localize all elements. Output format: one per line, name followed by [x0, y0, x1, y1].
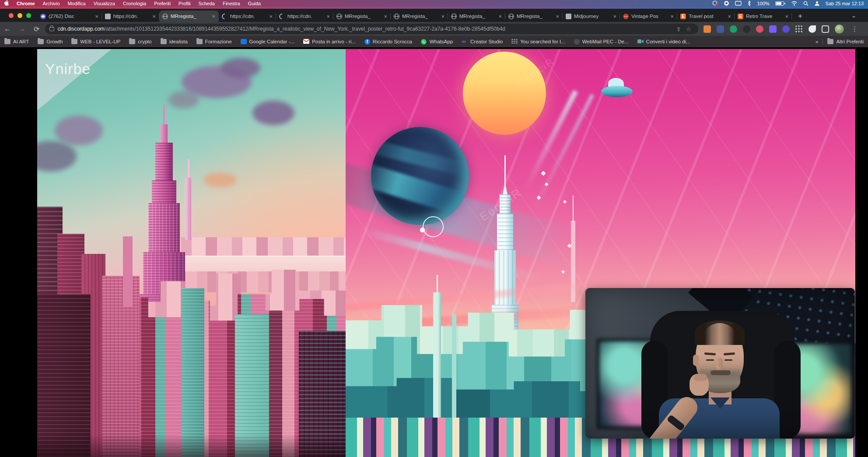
tab-close-icon[interactable]: × — [784, 14, 789, 19]
lock-icon[interactable] — [49, 27, 54, 31]
bookmark-folder-idealista[interactable]: idealista — [156, 39, 192, 44]
battery-icon — [775, 1, 785, 6]
menu-item-visualizza[interactable]: Visualizza — [90, 1, 119, 6]
tab-search-chevron-icon[interactable]: ⌄ — [851, 12, 856, 19]
new-tab-button[interactable]: + — [798, 12, 802, 20]
tab-vintage-posters[interactable]: Vintage Pos× — [620, 11, 677, 22]
menu-item-guida[interactable]: Guida — [244, 1, 265, 6]
bookmark-facebook-profile[interactable]: fRiccardo Scrocca — [360, 39, 416, 45]
other-bookmarks-folder[interactable]: Altri Preferiti — [822, 39, 868, 44]
bookmark-folder-ai-art[interactable]: AI ART — [0, 39, 33, 44]
circle-app-icon[interactable] — [724, 0, 729, 6]
user-switch-icon[interactable] — [814, 1, 820, 6]
bookmark-folder-growth[interactable]: Growth — [33, 39, 67, 44]
left-poster-image[interactable]: Ynirbe — [37, 49, 346, 457]
tab-close-icon[interactable]: × — [152, 14, 156, 19]
tab-mrregista-2[interactable]: MRregista_× — [333, 11, 391, 22]
extensions-row: ⋮ — [702, 25, 868, 34]
extension-frame-icon[interactable] — [822, 25, 829, 33]
menu-item-profili[interactable]: Profili — [175, 1, 195, 6]
empire-upper — [155, 143, 173, 183]
tab-travel-posters[interactable]: ETravel post× — [677, 11, 735, 22]
extension-orange-icon[interactable] — [704, 25, 711, 33]
maximize-window-button[interactable] — [26, 13, 31, 18]
extension-bird-icon[interactable] — [808, 25, 816, 33]
display-icon[interactable] — [735, 1, 742, 6]
bookmark-star-icon[interactable]: ☆ — [683, 26, 694, 32]
bookmark-folder-crypto[interactable]: crypto — [125, 39, 156, 44]
tab-cdn-1[interactable]: https://cdn.× — [102, 11, 159, 22]
tab-close-icon[interactable]: × — [383, 14, 388, 19]
bookmark-whatsapp[interactable]: WhatsApp — [416, 39, 457, 44]
thin-spire-needle — [573, 196, 574, 223]
bookmark-webmail-pec[interactable]: WebMail PEC - De... — [570, 39, 633, 45]
tab-list: (2762) Disc× https://cdn.× MRregista_× h… — [37, 11, 792, 22]
tab-midjourney[interactable]: Midjourney× — [563, 11, 620, 22]
tab-close-icon[interactable]: × — [211, 14, 216, 19]
tab-retro-travel[interactable]: ERetro Trave× — [735, 11, 792, 22]
bookmark-gmail-inbox[interactable]: Posta in arrivo - ri... — [299, 39, 360, 44]
url-path: /attachments/1013512335442333816/1089144… — [105, 26, 674, 32]
tab-mrregista-4[interactable]: MRregista_× — [448, 11, 505, 22]
bookmark-google-calendar[interactable]: Google Calendar -... — [236, 39, 299, 44]
tab-close-icon[interactable]: × — [441, 14, 445, 19]
back-button[interactable]: ← — [0, 25, 15, 33]
bookmark-creator-studio[interactable]: ∞Creator Studio — [457, 39, 507, 44]
minimize-window-button[interactable] — [18, 13, 22, 18]
tab-close-icon[interactable]: × — [269, 14, 273, 19]
screen-record-icon[interactable] — [712, 0, 718, 6]
tab-mrregista-5[interactable]: MRregista_× — [505, 11, 563, 22]
spotlight-search-icon[interactable] — [803, 1, 808, 6]
meta-infinity-icon: ∞ — [462, 39, 468, 44]
menu-item-archivio[interactable]: Archivio — [39, 1, 64, 6]
forward-button[interactable]: → — [15, 25, 30, 33]
tab-close-icon[interactable]: × — [326, 14, 330, 19]
chrome-menu-icon[interactable]: ⋮ — [850, 25, 864, 33]
tab-mrregista-3[interactable]: MRregista_× — [391, 11, 448, 22]
tab-close-icon[interactable]: × — [94, 14, 99, 19]
bookmark-folder-formazione[interactable]: Formazione — [192, 39, 236, 44]
extension-green-icon[interactable] — [730, 25, 737, 33]
url-host: cdn.discordapp.com — [57, 26, 104, 32]
reload-button[interactable]: ⟳ — [30, 25, 43, 33]
bookmark-you-searched[interactable]: You searched for I... — [507, 39, 570, 44]
menu-item-chrome[interactable]: Chrome — [13, 1, 39, 6]
tab-cdn-2[interactable]: https://cdn.× — [219, 11, 276, 22]
tab-discord[interactable]: (2762) Disc× — [37, 11, 102, 22]
webcam-overlay[interactable] — [585, 288, 855, 439]
address-bar[interactable]: cdn.discordapp.com /attachments/10135123… — [45, 24, 698, 34]
extension-grid-icon[interactable] — [795, 25, 803, 33]
profile-avatar[interactable] — [835, 25, 844, 34]
tab-mrregista-active[interactable]: MRregista_× — [159, 11, 219, 22]
sun — [463, 52, 546, 135]
menu-item-finestra[interactable]: Finestra — [219, 1, 244, 6]
water-band — [166, 256, 346, 273]
menu-item-cronologia[interactable]: Cronologia — [119, 1, 150, 6]
menu-item-preferiti[interactable]: Preferiti — [150, 1, 175, 6]
tab-close-icon[interactable]: × — [670, 14, 674, 19]
extension-purple-icon[interactable] — [769, 25, 777, 33]
tab-cdn-3[interactable]: https://cdn.× — [276, 11, 333, 22]
empire-mid — [148, 203, 180, 254]
close-window-button[interactable] — [9, 13, 14, 18]
extension-blue-icon[interactable] — [717, 25, 724, 33]
tab-close-icon[interactable]: × — [498, 14, 502, 19]
bookmark-folder-web-level-up[interactable]: WEB - LEVEL-UP — [67, 39, 125, 44]
cloud — [221, 58, 260, 78]
bookmark-converti-video[interactable]: Converti i video di... — [633, 39, 695, 44]
extension-indigo-icon[interactable] — [782, 25, 790, 33]
tab-close-icon[interactable]: × — [612, 14, 617, 19]
bookmarks-overflow-chevrons[interactable]: » — [811, 39, 822, 44]
flying-saucer — [601, 86, 633, 97]
share-icon[interactable]: ⇪ — [673, 26, 683, 32]
wifi-icon[interactable] — [791, 1, 798, 6]
extension-dark-icon[interactable] — [743, 25, 750, 33]
tab-close-icon[interactable]: × — [555, 14, 560, 19]
menu-item-scheda[interactable]: Scheda — [195, 1, 219, 6]
apple-menu-icon[interactable] — [0, 0, 13, 7]
menu-item-modifica[interactable]: Modifica — [64, 1, 90, 6]
bluetooth-icon[interactable] — [747, 0, 751, 6]
menu-clock[interactable]: Sab 25 mar 12:13 — [826, 1, 864, 6]
extension-red-icon[interactable] — [756, 25, 763, 33]
tab-close-icon[interactable]: × — [727, 14, 732, 19]
